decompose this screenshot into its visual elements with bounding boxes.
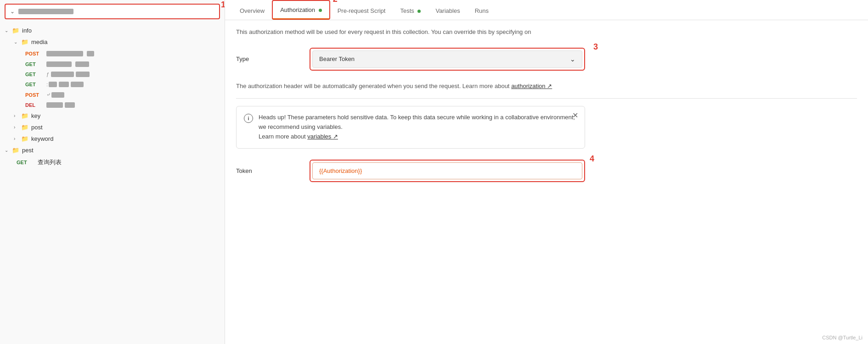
collection-description: This authorization method will be used f… [236,28,857,37]
tabs-bar: Overview Authorization 2 Pre-request Scr… [225,0,868,20]
media-chevron-icon: ⌄ [14,39,19,44]
sidebar-item-media-del1[interactable]: DEL [0,100,225,110]
info-folder-icon: 📁 [12,27,19,34]
type-label: Type [236,55,310,62]
req-blurred-2b [75,61,89,67]
req-blurred-4c [71,82,84,87]
divider [236,98,857,99]
method-del-1: DEL [25,102,43,108]
annotation-4: 4 [590,154,594,164]
key-chevron-icon: › [14,113,19,118]
sidebar-header[interactable]: ⌄ 1 [5,4,220,19]
tab-authorization[interactable]: Authorization 2 [272,0,330,20]
info-banner: i Heads up! These parameters hold sensit… [236,106,585,148]
post-label: post [31,124,43,131]
sidebar-item-pest[interactable]: ⌄ 📁 pest [0,144,225,156]
tab-overview[interactable]: Overview [232,2,272,20]
annotation-1: 1 [221,0,225,10]
func-icon: ƒ [46,72,49,77]
pest-folder-icon: 📁 [12,147,19,154]
colon-icon: : [46,82,48,87]
type-form-row: Type Bearer Token ⌄ 3 [236,48,857,71]
method-get-2: GET [25,72,43,77]
chevron-down-icon: ⌄ [570,55,575,63]
token-input[interactable] [312,162,582,179]
sidebar-item-post[interactable]: › 📁 post [0,122,225,133]
main-content: This authorization method will be used f… [225,20,868,344]
type-control-wrap: Bearer Token ⌄ 3 [310,48,585,71]
req-blurred-6 [46,102,63,108]
token-input-box: 4 [310,160,585,182]
method-post-2: POST [25,92,43,98]
sidebar-item-info[interactable]: ⌄ 📁 info [0,25,225,36]
info-circle-icon: i [244,114,253,123]
info-label: info [22,27,32,34]
type-select[interactable]: Bearer Token ⌄ [312,50,582,68]
sidebar-item-keyword[interactable]: › 📁 keyword [0,133,225,144]
method-get-3: GET [25,82,43,87]
sidebar-tree: ⌄ 📁 info ⌄ 📁 media POST GET GET [0,23,225,171]
token-form-row: Token 4 [236,160,857,182]
annotation-3: 3 [593,42,598,52]
sidebar-item-media-get1[interactable]: GET [0,59,225,69]
pest-chevron-icon: ⌄ [5,148,10,153]
keyword-folder-icon: 📁 [21,135,28,142]
tab-tests-label: Tests [400,7,414,14]
watermark: CSDN @Turtle_Li [822,335,862,340]
media-label: media [31,39,47,45]
main-panel: Overview Authorization 2 Pre-request Scr… [225,0,868,344]
info-banner-text: Heads up! These parameters hold sensitiv… [259,113,577,141]
req-blurred-3 [51,72,74,77]
key-label: key [31,112,40,119]
sidebar-title-blurred [18,9,73,14]
tab-variables[interactable]: Variables [428,2,467,20]
authorization-link[interactable]: authorization ↗ [511,83,552,89]
auto-gen-description: The authorization header will be automat… [236,82,567,91]
req-blurred-4 [49,82,57,87]
post-chevron-icon: › [14,125,19,130]
method-get-1: GET [25,61,43,67]
req-blurred-1 [46,51,83,56]
media-folder-icon: 📁 [21,39,28,45]
method-post-1: POST [25,51,43,56]
req-blurred-5 [51,92,64,98]
tab-pre-request-script[interactable]: Pre-request Script [330,2,393,20]
keyword-label: keyword [31,135,53,142]
sidebar-item-media-get3[interactable]: GET : [0,79,225,89]
req-blurred-2 [46,61,72,67]
token-control-wrap: 4 [310,160,585,182]
tab-authorization-label: Authorization [280,6,315,13]
req-blurred-4b [59,82,69,87]
type-value: Bearer Token [319,55,355,62]
type-select-box: Bearer Token ⌄ 3 [310,48,585,71]
sidebar-item-key[interactable]: › 📁 key [0,110,225,122]
pest-label: pest [22,147,34,154]
tab-tests[interactable]: Tests [393,2,428,20]
key-folder-icon: 📁 [21,112,28,119]
method-get-pest: GET [17,160,34,165]
sidebar: ⌄ 1 ⌄ 📁 info ⌄ 📁 media POST GET [0,0,225,344]
authorization-dot [319,9,322,12]
sidebar-item-media-get2[interactable]: GET ƒ [0,69,225,79]
pest-req-label: 查询列表 [38,158,62,166]
sidebar-item-media-post2[interactable]: POST ⤶ [0,89,225,100]
req-blurred-1b [87,51,94,56]
post-folder-icon: 📁 [21,124,28,131]
tab-runs[interactable]: Runs [468,2,496,20]
token-label: Token [236,167,310,174]
arrow-icon: ⤶ [46,92,51,98]
info-chevron-icon: ⌄ [5,28,10,33]
tests-dot [417,10,421,13]
variables-link[interactable]: variables ↗ [307,133,338,140]
req-blurred-3b [76,72,90,77]
req-blurred-6b [65,102,75,108]
sidebar-item-media[interactable]: ⌄ 📁 media [0,36,225,48]
sidebar-item-pest-get1[interactable]: GET 查询列表 [0,156,225,169]
banner-close-button[interactable]: ✕ [572,112,578,119]
sidebar-item-media-post1[interactable]: POST [0,48,225,59]
sidebar-chevron-icon: ⌄ [10,8,15,15]
keyword-chevron-icon: › [14,136,19,141]
